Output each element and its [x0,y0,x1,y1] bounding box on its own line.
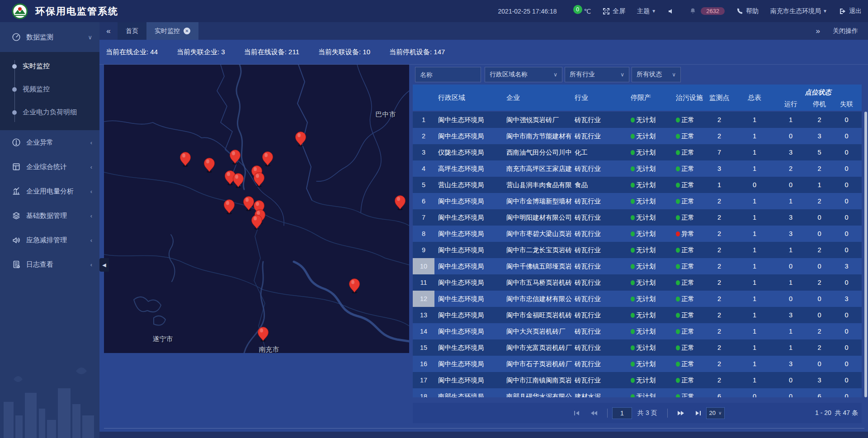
chevron-down-icon: ∨ [620,71,624,78]
table-row[interactable]: 16阆中生态环境局阆中市石子页岩机砖厂砖瓦行业无计划正常21300 [413,356,862,372]
org-user-dropdown[interactable]: 南充市生态环境局 ▼ [770,7,827,15]
sidebar-item-企业异常[interactable]: 企业异常‹ [0,130,99,155]
cell-value: 2 [807,242,832,258]
sidebar-subitem-企业电力负荷明细[interactable]: 企业电力负荷明细 [0,101,99,124]
last-page-button[interactable] [694,410,702,417]
column-header-停限产[interactable]: 停限产 [626,85,670,111]
map-collapse-button[interactable]: ◀ [99,258,109,272]
map-panel[interactable]: 巴中市南充市遂宁市 [104,65,409,353]
map-pin[interactable] [251,214,263,230]
layers-icon [12,211,21,220]
map-pin[interactable] [223,199,235,214]
column-header-停机[interactable]: 停机 [807,100,832,108]
map-pin[interactable] [295,131,307,146]
region-filter-select[interactable]: 行政区域名称 ∨ [485,67,562,82]
sidebar-item-应急减排管理[interactable]: 应急减排管理‹ [0,228,99,252]
map-pin[interactable] [257,326,269,342]
column-header-治污设施[interactable]: 治污设施 [670,85,704,111]
table-row[interactable]: 7阆中生态环境局阆中明阳建材有限公司砖瓦行业无计划正常21300 [413,209,862,226]
tab-close-icon[interactable]: ✕ [184,28,190,34]
tab-实时监控[interactable]: 实时监控✕ [146,22,198,40]
cell-company: 阆中市枣碧大梁山页岩 [502,226,572,242]
fullscreen-button[interactable]: 全屏 [603,7,625,15]
sidebar-item-企业综合统计[interactable]: 企业综合统计‹ [0,155,99,179]
sidebar-item-企业用电量分析[interactable]: 企业用电量分析‹ [0,179,99,203]
prev-page-button[interactable] [590,410,598,417]
notifications[interactable]: 2632 [689,7,725,15]
mute-button[interactable] [668,8,678,15]
table-row[interactable]: 2阆中生态环境局阆中市南方节能建材有砖瓦行业无计划正常21030 [413,128,862,144]
table-row[interactable]: 14阆中生态环境局阆中大兴页岩机砖厂砖瓦行业无计划正常21120 [413,323,862,339]
logout-button[interactable]: 退出 [839,7,862,15]
map-pin[interactable] [262,151,274,166]
table-row[interactable]: 1阆中生态环境局阆中强锐页岩砖厂砖瓦行业无计划正常21120 [413,112,862,128]
table-row[interactable]: 5营山生态环境局营山县润丰肉食品有限食品无计划正常10010 [413,177,862,193]
tabs-scroll-right-button[interactable]: » [816,27,820,36]
close-operations-dropdown[interactable]: 关闭操作 [833,27,858,35]
cell-value: 0 [832,372,861,388]
map-pin[interactable] [232,173,244,188]
row-index: 10 [413,258,434,274]
map-pin[interactable] [394,195,406,210]
sidebar-item-日志查看[interactable]: 日志查看‹ [0,252,99,277]
map-pin[interactable] [349,278,360,293]
table-row[interactable]: 11阆中生态环境局阆中市五马桥页岩机砖砖瓦行业无计划正常21120 [413,274,862,291]
table-row[interactable]: 8阆中生态环境局阆中市枣碧大梁山页岩砖瓦行业无计划异常21300 [413,226,862,242]
cell-company: 阆中市南方节能建材有 [502,128,572,144]
name-filter-input[interactable] [420,71,476,78]
map-pin[interactable] [179,151,191,167]
first-page-button[interactable] [573,410,581,417]
next-page-button[interactable] [677,410,685,417]
map-pin[interactable] [253,172,265,187]
column-header-企业[interactable]: 企业 [502,85,572,111]
page-size-select[interactable]: 20 ∨ [706,407,725,419]
cell-industry: 砖瓦行业 [572,274,626,291]
page-number-input[interactable] [612,407,632,419]
help-button[interactable]: 帮助 [736,7,759,15]
table-row[interactable]: 15阆中生态环境局阆中市光富页岩机砖厂砖瓦行业无计划正常21120 [413,339,862,356]
sidebar-item-基础数据管理[interactable]: 基础数据管理‹ [0,203,99,228]
table-row[interactable]: 12阆中生态环境局阆中市忠信建材有限公砖瓦行业无计划正常21003 [413,291,862,307]
sidebar-subitem-实时监控[interactable]: 实时监控 [0,55,99,78]
column-header-总表[interactable]: 总表 [735,85,774,111]
name-filter[interactable] [415,67,481,82]
stats-bar: 当前在线企业: 44当前失联企业: 3当前在线设备: 211当前失联设备: 10… [99,40,868,65]
map-pin[interactable] [203,157,215,173]
table-row[interactable]: 13阆中生态环境局阆中市金福旺页岩机砖砖瓦行业无计划正常21300 [413,307,862,323]
table-row[interactable]: 18南部生态环境局南部县砚华水泥有限公建材水泥无计划正常60060 [413,388,862,397]
column-header-失联[interactable]: 失联 [832,100,861,108]
chevron-left-icon: ‹ [90,164,92,170]
tab-首页[interactable]: 首页 [118,22,146,40]
column-header-行业[interactable]: 行业 [572,85,626,111]
table-row[interactable]: 3仪陇生态环境局西南油气田分公司川中化工无计划正常71350 [413,144,862,160]
cell-company: 阆中强锐页岩砖厂 [502,112,572,128]
table-scrollbar[interactable] [864,112,867,397]
cell-region: 南部生态环境局 [434,388,502,397]
table-row[interactable]: 4高坪生态环境局南充市高坪区王家店建砖瓦行业无计划正常31220 [413,160,862,177]
cell-value: 1 [774,339,807,356]
theme-dropdown[interactable]: 主题 ▼ [637,7,656,15]
cell-value: 0 [807,209,832,226]
map-pin[interactable] [229,149,241,165]
cell-facility-label: 正常 [681,376,694,385]
cell-value: 2 [704,258,735,274]
column-header-运行[interactable]: 运行 [774,100,807,108]
tabs-scroll-left-button[interactable]: « [99,22,118,40]
tab-bar: « 首页实时监控✕ » 关闭操作 [99,22,868,40]
cell-value: 0 [832,144,861,160]
table-row[interactable]: 6阆中生态环境局阆中市金博瑞新型墙材砖瓦行业无计划正常21120 [413,193,862,209]
status-dot-icon [631,150,635,155]
column-header-监测点[interactable]: 监测点 [704,85,735,111]
table-row[interactable]: 10阆中生态环境局阆中千佛镇五郎垭页岩砖瓦行业无计划正常21003 [413,258,862,274]
cell-production-label: 无计划 [636,148,656,157]
column-header-行政区域[interactable]: 行政区域 [434,85,502,111]
table-row[interactable]: 17阆中生态环境局阆中市江南镇阆南页岩砖瓦行业无计划正常21030 [413,372,862,388]
table-row[interactable]: 9阆中生态环境局阆中市二龙长宝页岩砖砖瓦行业无计划正常21120 [413,242,862,258]
city-label-遂宁市: 遂宁市 [153,335,173,344]
cell-production-status: 无计划 [626,242,670,258]
sidebar-subitem-视频监控[interactable]: 视频监控 [0,78,99,101]
status-filter-select[interactable]: 所有状态 ∨ [632,67,681,82]
industry-filter-select[interactable]: 所有行业 ∨ [565,67,629,82]
cell-production-label: 无计划 [636,181,656,189]
sidebar-item-数据监测[interactable]: 数据监测∨ [0,22,99,52]
